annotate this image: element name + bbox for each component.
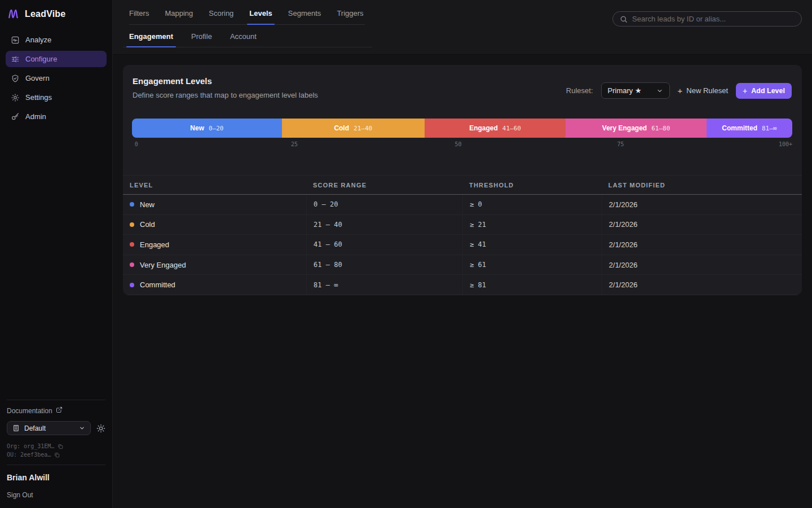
table-row-cold[interactable]: Cold21 – 40≥ 212/1/2026 xyxy=(123,215,802,235)
subtab-profile[interactable]: Profile xyxy=(191,32,212,47)
level-cell: Engaged xyxy=(123,240,306,249)
axis-tick: 75 xyxy=(617,141,624,147)
plus-icon: + xyxy=(678,86,683,95)
score-range-cell: 61 – 80 xyxy=(306,255,462,275)
search-icon xyxy=(620,15,628,23)
segment-range: 0–20 xyxy=(209,125,224,132)
tab-levels[interactable]: Levels xyxy=(249,9,272,24)
sidebar-item-settings[interactable]: Settings xyxy=(6,89,107,106)
main-tabs: FiltersMappingScoringLevelsSegmentsTrigg… xyxy=(129,0,365,25)
table-row-new[interactable]: New0 – 20≥ 02/1/2026 xyxy=(123,195,802,215)
sidebar-item-analyze[interactable]: Analyze xyxy=(6,32,107,48)
divider xyxy=(7,465,105,465)
score-range-cell: 81 – ∞ xyxy=(306,275,462,295)
table-row-engaged[interactable]: Engaged41 – 60≥ 412/1/2026 xyxy=(123,235,802,255)
tab-filters[interactable]: Filters xyxy=(129,9,149,24)
analyze-icon xyxy=(11,36,20,45)
ou-label: OU: xyxy=(7,452,17,458)
admin-icon xyxy=(11,112,20,121)
segment-new[interactable]: New0–20 xyxy=(132,119,282,138)
segment-range: 21–40 xyxy=(354,125,372,132)
chevron-down-icon xyxy=(656,87,663,94)
sidebar-item-label: Configure xyxy=(25,55,57,63)
copy-org-icon[interactable] xyxy=(58,444,63,449)
segment-engaged[interactable]: Engaged41–60 xyxy=(425,119,566,138)
subtab-account[interactable]: Account xyxy=(230,32,257,47)
segment-committed[interactable]: Committed81–∞ xyxy=(707,119,792,138)
chevron-down-icon xyxy=(79,425,85,431)
level-name: Very Engaged xyxy=(140,261,186,269)
org-id-row: Org: org_31EM… xyxy=(7,442,105,450)
score-range-cell: 41 – 60 xyxy=(306,235,462,255)
org-value: org_31EM… xyxy=(24,443,54,449)
column-header-score-range: SCORE RANGE xyxy=(306,176,462,194)
level-color-dot xyxy=(130,262,134,267)
level-color-dot xyxy=(130,242,134,247)
threshold-cell: ≥ 21 xyxy=(462,215,602,235)
last-modified-cell: 2/1/2026 xyxy=(602,235,802,255)
level-name: Cold xyxy=(140,220,155,229)
panel-subtitle: Define score ranges that map to engageme… xyxy=(133,91,318,99)
panel-title-block: Engagement Levels Define score ranges th… xyxy=(133,76,318,99)
sidebar: LeadVibe AnalyzeConfigureGovernSettingsA… xyxy=(0,0,113,508)
plus-icon: + xyxy=(743,86,747,95)
top-bar: FiltersMappingScoringLevelsSegmentsTrigg… xyxy=(113,0,812,55)
sign-out-button[interactable]: Sign Out xyxy=(7,491,105,499)
tab-triggers[interactable]: Triggers xyxy=(337,9,363,24)
segment-range: 41–60 xyxy=(502,125,521,132)
configure-icon xyxy=(11,55,20,64)
table-row-very-engaged[interactable]: Very Engaged61 – 80≥ 612/1/2026 xyxy=(123,255,802,275)
new-ruleset-button[interactable]: + New Ruleset xyxy=(678,86,728,95)
level-cell: Committed xyxy=(123,281,306,289)
sidebar-item-admin[interactable]: Admin xyxy=(6,108,107,125)
environment-select[interactable]: Default xyxy=(7,421,91,435)
tab-scoring[interactable]: Scoring xyxy=(209,9,233,24)
panel-header: Engagement Levels Define score ranges th… xyxy=(123,65,802,99)
sidebar-item-govern[interactable]: Govern xyxy=(6,70,107,86)
copy-ou-icon[interactable] xyxy=(54,452,60,458)
theme-toggle-sun-icon[interactable] xyxy=(96,424,105,433)
segment-very-engaged[interactable]: Very Engaged61–80 xyxy=(566,119,706,138)
new-ruleset-label: New Ruleset xyxy=(686,86,728,95)
table-row-committed[interactable]: Committed81 – ∞≥ 812/1/2026 xyxy=(123,275,802,295)
sub-tabs: EngagementProfileAccount xyxy=(123,25,372,47)
range-axis: 0255075100+ xyxy=(132,141,792,149)
environment-value: Default xyxy=(24,424,46,432)
segment-cold[interactable]: Cold21–40 xyxy=(282,119,425,138)
segment-range: 61–80 xyxy=(651,125,670,132)
table-body: New0 – 20≥ 02/1/2026Cold21 – 40≥ 212/1/2… xyxy=(123,195,802,295)
documentation-label: Documentation xyxy=(7,407,52,415)
last-modified-cell: 2/1/2026 xyxy=(602,275,802,295)
tab-segments[interactable]: Segments xyxy=(288,9,321,24)
sidebar-item-label: Admin xyxy=(25,112,46,121)
axis-tick: 0 xyxy=(135,141,138,147)
sidebar-item-configure[interactable]: Configure xyxy=(6,51,107,67)
segment-label: New xyxy=(190,124,204,132)
column-header-threshold: THRESHOLD xyxy=(462,176,602,194)
add-level-button[interactable]: + Add Level xyxy=(736,83,792,99)
sidebar-nav: AnalyzeConfigureGovernSettingsAdmin xyxy=(0,27,112,125)
subtab-engagement[interactable]: Engagement xyxy=(129,32,173,47)
segment-label: Committed xyxy=(722,124,757,132)
ruleset-select[interactable]: Primary ★ xyxy=(601,82,670,99)
table-header-row: LEVELSCORE RANGETHRESHOLDLAST MODIFIED xyxy=(123,175,802,195)
level-cell: Cold xyxy=(123,220,306,229)
engagement-range-bar: New0–20Cold21–40Engaged41–60Very Engaged… xyxy=(132,119,792,138)
ruleset-label: Ruleset: xyxy=(566,86,593,95)
column-header-level: LEVEL xyxy=(123,182,306,189)
level-name: Engaged xyxy=(140,240,169,249)
axis-tick: 100+ xyxy=(779,141,792,147)
tab-mapping[interactable]: Mapping xyxy=(165,9,193,24)
segment-label: Cold xyxy=(334,124,349,132)
sidebar-item-label: Settings xyxy=(25,93,52,102)
documentation-link[interactable]: Documentation xyxy=(7,406,105,421)
segment-range: 81–∞ xyxy=(762,125,777,132)
sidebar-item-label: Analyze xyxy=(25,36,51,44)
search-input[interactable] xyxy=(632,15,795,23)
level-name: Committed xyxy=(140,281,175,289)
ruleset-value: Primary ★ xyxy=(608,86,642,95)
levels-table: LEVELSCORE RANGETHRESHOLDLAST MODIFIED N… xyxy=(123,175,802,295)
score-range-cell: 21 – 40 xyxy=(306,215,462,235)
threshold-cell: ≥ 41 xyxy=(462,235,602,255)
external-link-icon xyxy=(56,406,63,415)
